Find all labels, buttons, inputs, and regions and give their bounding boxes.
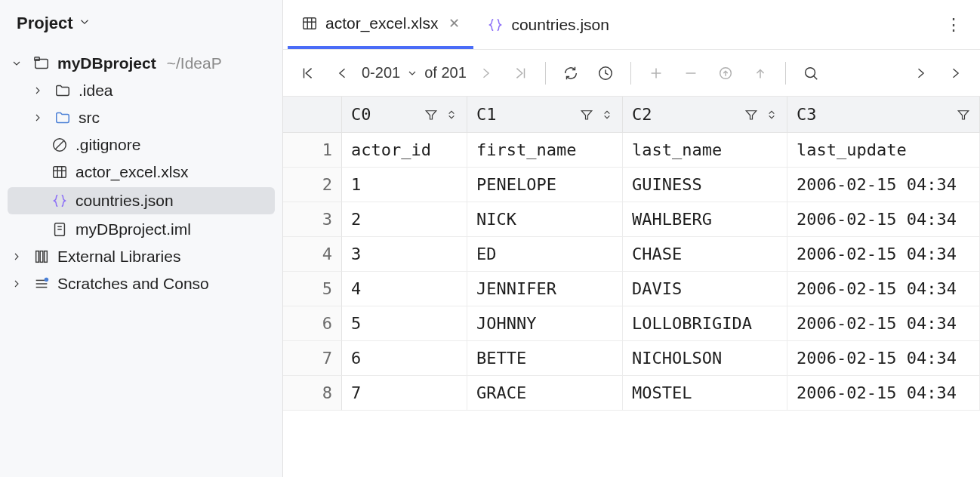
- tree-item-iml[interactable]: myDBproject.iml: [0, 216, 282, 243]
- cell[interactable]: 2: [342, 202, 467, 237]
- tree-item-scratches[interactable]: Scratches and Conso: [0, 270, 282, 297]
- cell[interactable]: BETTE: [467, 341, 623, 376]
- remove-row-button[interactable]: [675, 57, 707, 89]
- next-page-button[interactable]: [470, 57, 501, 89]
- cell[interactable]: DAVIS: [623, 272, 787, 306]
- cell[interactable]: 2006-02-15 04:34: [787, 341, 980, 376]
- tree-item-countries-json[interactable]: countries.json: [8, 187, 275, 214]
- row-number[interactable]: 4: [283, 237, 342, 272]
- column-header-c2[interactable]: C2: [623, 97, 787, 133]
- cell[interactable]: GRACE: [467, 376, 623, 411]
- row-number[interactable]: 6: [283, 306, 342, 341]
- search-button[interactable]: [795, 57, 827, 89]
- cell[interactable]: 4: [342, 272, 467, 306]
- svg-marker-33: [581, 110, 592, 118]
- cell[interactable]: WAHLBERG: [623, 202, 787, 237]
- chevron-right-icon[interactable]: [8, 251, 26, 263]
- prev-page-button[interactable]: [327, 57, 359, 89]
- tree-item-label: src: [79, 109, 100, 127]
- cell[interactable]: MOSTEL: [623, 376, 787, 411]
- cell[interactable]: actor_id: [342, 133, 467, 168]
- row-number[interactable]: 2: [283, 168, 342, 202]
- svg-rect-4: [54, 167, 66, 178]
- cell[interactable]: 5: [342, 306, 467, 341]
- tab-countries-json[interactable]: countries.json: [473, 0, 623, 49]
- tree-item-external-libraries[interactable]: External Libraries: [0, 243, 282, 270]
- project-folder-icon: [32, 55, 51, 72]
- sort-icon[interactable]: [445, 109, 458, 121]
- reload-button[interactable]: [555, 57, 587, 89]
- data-grid: C0 C1 C2 C3 1: [283, 97, 980, 411]
- chevron-right-icon[interactable]: [29, 85, 47, 97]
- history-button[interactable]: [590, 57, 621, 89]
- cell[interactable]: 2006-02-15 04:34: [787, 202, 980, 237]
- cell[interactable]: JENNIFER: [467, 272, 623, 306]
- row-number[interactable]: 8: [283, 376, 342, 411]
- tree-item-gitignore[interactable]: .gitignore: [0, 131, 282, 158]
- column-header-c0[interactable]: C0: [342, 97, 467, 133]
- cell[interactable]: PENELOPE: [467, 168, 623, 202]
- separator: [630, 62, 631, 85]
- cell[interactable]: NICHOLSON: [623, 341, 787, 376]
- cell[interactable]: 3: [342, 237, 467, 272]
- cell[interactable]: 6: [342, 341, 467, 376]
- svg-line-31: [813, 75, 817, 79]
- cell[interactable]: 2006-02-15 04:34: [787, 306, 980, 341]
- tree-item-src[interactable]: src: [0, 104, 282, 131]
- column-header-c1[interactable]: C1: [467, 97, 623, 133]
- svg-marker-32: [426, 110, 436, 118]
- range-text: 0-201: [362, 64, 400, 82]
- cell[interactable]: first_name: [467, 133, 623, 168]
- column-name: C1: [476, 105, 497, 124]
- row-number[interactable]: 3: [283, 202, 342, 237]
- cell[interactable]: GUINESS: [623, 168, 787, 202]
- row-number[interactable]: 1: [283, 133, 342, 168]
- filter-icon[interactable]: [580, 108, 593, 122]
- cell[interactable]: JOHNNY: [467, 306, 623, 341]
- tree-item-actor-excel[interactable]: actor_excel.xlsx: [0, 158, 282, 186]
- chevron-down-icon[interactable]: [78, 15, 91, 32]
- column-header-c3[interactable]: C3: [787, 97, 980, 133]
- svg-marker-35: [958, 110, 969, 118]
- tree-root-path: ~/IdeaP: [167, 54, 222, 72]
- cell[interactable]: 2006-02-15 04:34: [787, 272, 980, 306]
- more-icon[interactable]: ⋮: [927, 15, 980, 35]
- revert-button[interactable]: [710, 57, 741, 89]
- cell[interactable]: last_name: [623, 133, 787, 168]
- tab-label: actor_excel.xlsx: [325, 14, 438, 32]
- filter-icon[interactable]: [957, 108, 970, 122]
- cell[interactable]: CHASE: [623, 237, 787, 272]
- cell[interactable]: last_update: [787, 133, 980, 168]
- chevron-right-icon[interactable]: [29, 112, 47, 124]
- cell[interactable]: 2006-02-15 04:34: [787, 168, 980, 202]
- cell[interactable]: 2006-02-15 04:34: [787, 237, 980, 272]
- add-row-button[interactable]: [640, 57, 672, 89]
- row-number[interactable]: 5: [283, 272, 342, 306]
- scroll-right-button-2[interactable]: [939, 57, 971, 89]
- cell[interactable]: 2006-02-15 04:34: [787, 376, 980, 411]
- cell[interactable]: LOLLOBRIGIDA: [623, 306, 787, 341]
- chevron-right-icon[interactable]: [8, 278, 26, 290]
- svg-rect-18: [304, 17, 316, 29]
- submit-button[interactable]: [744, 57, 776, 89]
- cell[interactable]: 1: [342, 168, 467, 202]
- sort-icon[interactable]: [601, 109, 613, 121]
- tree-root[interactable]: myDBproject ~/IdeaP: [0, 50, 282, 77]
- cell[interactable]: 7: [342, 376, 467, 411]
- sort-icon[interactable]: [766, 109, 778, 121]
- tree-item-idea[interactable]: .idea: [0, 77, 282, 104]
- scroll-right-button[interactable]: [904, 57, 936, 89]
- cell[interactable]: ED: [467, 237, 623, 272]
- tab-actor-excel[interactable]: actor_excel.xlsx ✕: [288, 0, 473, 49]
- close-icon[interactable]: ✕: [448, 15, 460, 32]
- filter-icon[interactable]: [424, 108, 438, 122]
- project-tree: myDBproject ~/IdeaP .idea src: [0, 47, 282, 300]
- tree-item-label: Scratches and Conso: [57, 275, 209, 293]
- last-page-button[interactable]: [504, 57, 536, 89]
- cell[interactable]: NICK: [467, 202, 623, 237]
- filter-icon[interactable]: [744, 108, 758, 122]
- row-number[interactable]: 7: [283, 341, 342, 376]
- first-page-button[interactable]: [292, 57, 324, 89]
- chevron-down-icon[interactable]: [8, 57, 26, 69]
- row-range[interactable]: 0-201 of 201: [362, 64, 467, 82]
